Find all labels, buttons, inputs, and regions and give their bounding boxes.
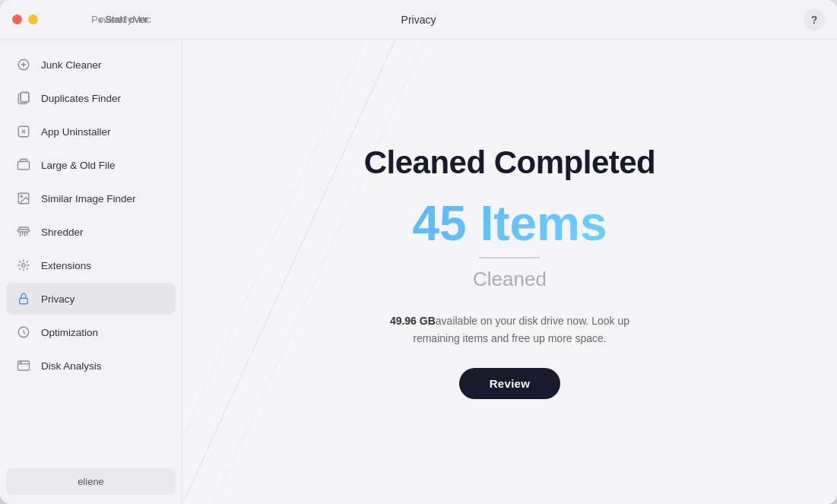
junk-cleaner-icon: [15, 56, 32, 73]
items-count: 45 Items: [412, 199, 607, 248]
svg-point-7: [21, 195, 22, 197]
similar-image-finder-icon: [15, 190, 32, 207]
help-button[interactable]: ?: [804, 9, 825, 30]
sidebar-item-large-old-file[interactable]: Large & Old File: [6, 149, 176, 181]
disk-analysis-label: Disk Analysis: [41, 360, 102, 372]
main-content: Junk Cleaner Duplicates Finder App: [0, 40, 837, 504]
svg-rect-2: [21, 93, 29, 103]
shredder-label: Shredder: [41, 227, 84, 238]
shredder-icon: [15, 223, 32, 240]
optimization-label: Optimization: [41, 327, 98, 338]
disk-analysis-icon: [15, 357, 32, 374]
extensions-icon: [15, 257, 32, 274]
similar-image-finder-label: Similar Image Finder: [41, 193, 136, 204]
minimize-button[interactable]: [28, 14, 38, 24]
username-label: eliene: [78, 476, 104, 487]
svg-rect-5: [18, 162, 30, 170]
sidebar-item-app-uninstaller[interactable]: App Uninstaller: [6, 116, 176, 147]
cleaned-label: Cleaned: [473, 268, 547, 291]
disk-info: 49.96 GBavailable on your disk drive now…: [388, 312, 631, 347]
svg-rect-8: [18, 230, 30, 232]
review-button[interactable]: Review: [459, 368, 561, 399]
divider: [479, 257, 540, 258]
disk-space-amount: 49.96 GB: [390, 315, 436, 327]
sidebar-item-junk-cleaner[interactable]: Junk Cleaner: [6, 49, 176, 81]
large-old-file-icon: [15, 157, 32, 173]
duplicates-finder-icon: [15, 90, 32, 106]
app-uninstaller-icon: [15, 123, 32, 140]
cleaned-completed-title: Cleaned Completed: [364, 144, 656, 181]
sidebar-item-optimization[interactable]: Optimization: [6, 316, 176, 348]
app-window: PowerMyMac ‹ Start over Privacy ? Junk C…: [0, 0, 837, 504]
sidebar-item-duplicates-finder[interactable]: Duplicates Finder: [6, 82, 176, 114]
svg-rect-10: [20, 298, 28, 304]
sidebar-item-shredder[interactable]: Shredder: [6, 216, 176, 248]
content-area: Cleaned Completed 45 Items Cleaned 49.96…: [182, 40, 837, 504]
large-old-file-label: Large & Old File: [41, 160, 116, 171]
disk-info-text: available on your disk drive now. Look u…: [413, 315, 629, 344]
svg-rect-12: [18, 361, 30, 370]
privacy-icon: [15, 290, 32, 307]
sidebar-item-similar-image-finder[interactable]: Similar Image Finder: [6, 182, 176, 214]
sidebar-item-extensions[interactable]: Extensions: [6, 249, 176, 281]
svg-point-13: [21, 362, 22, 363]
app-uninstaller-label: App Uninstaller: [41, 126, 111, 138]
junk-cleaner-label: Junk Cleaner: [41, 59, 102, 71]
header-title: Privacy: [401, 14, 436, 26]
app-name-label: PowerMyMac: [91, 14, 151, 25]
sidebar-item-privacy[interactable]: Privacy: [6, 283, 176, 315]
extensions-label: Extensions: [41, 260, 91, 271]
duplicates-finder-label: Duplicates Finder: [41, 93, 121, 104]
user-profile[interactable]: eliene: [6, 468, 176, 495]
sidebar-item-disk-analysis[interactable]: Disk Analysis: [6, 350, 176, 382]
title-bar: PowerMyMac ‹ Start over Privacy ?: [0, 0, 837, 40]
question-mark-icon: ?: [811, 14, 818, 26]
optimization-icon: [15, 324, 32, 341]
traffic-lights: [12, 14, 38, 24]
main-panel: Cleaned Completed 45 Items Cleaned 49.96…: [334, 114, 686, 430]
privacy-label: Privacy: [41, 293, 75, 305]
svg-point-9: [22, 264, 26, 268]
sidebar: Junk Cleaner Duplicates Finder App: [0, 40, 182, 504]
close-button[interactable]: [12, 14, 22, 24]
